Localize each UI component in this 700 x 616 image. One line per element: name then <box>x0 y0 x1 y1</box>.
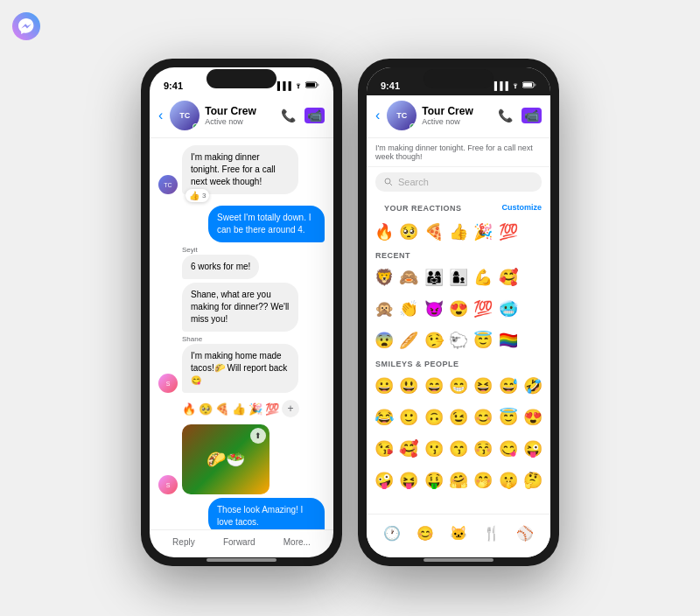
video-button-right[interactable]: 📹 <box>522 108 542 123</box>
call-button-left[interactable]: 📞 <box>281 108 296 122</box>
recent-seeno[interactable]: 🙈 <box>396 263 420 291</box>
recent-bread[interactable]: 🥖 <box>396 326 420 354</box>
reply-button[interactable]: Reply <box>172 537 195 547</box>
customize-link[interactable]: Customize <box>501 203 542 212</box>
emoji-squinting[interactable]: 😝 <box>396 466 420 494</box>
msg-bubble-2: Sweet I'm totally down. I can be there a… <box>208 206 325 242</box>
back-button-left[interactable]: ‹ <box>158 108 163 123</box>
sender-shane: Shane <box>182 335 325 343</box>
emoji-pizza[interactable]: 🍕 <box>215 402 229 416</box>
phone-right: 9:41 ▐▐▐ ‹ TC T <box>358 59 559 566</box>
emoji-big-smile[interactable]: 😃 <box>396 372 420 400</box>
recent-family2[interactable]: 👩‍👦 <box>446 263 470 291</box>
tab-recent[interactable]: 🕐 <box>380 522 404 545</box>
recent-family[interactable]: 👨‍👩‍👧 <box>422 263 445 291</box>
tab-smileys[interactable]: 😊 <box>413 522 438 545</box>
message-3: 6 works for me! <box>158 255 325 279</box>
search-bar[interactable]: Search <box>375 172 542 192</box>
recent-lion[interactable]: 🦁 <box>372 263 396 291</box>
emoji-fire[interactable]: 🔥 <box>182 402 196 416</box>
signal-icon: ▐▐▐ <box>275 81 291 90</box>
emoji-smiling-hearts[interactable]: 🥰 <box>396 435 420 463</box>
emoji-yum[interactable]: 😋 <box>496 435 520 463</box>
add-reaction-button[interactable]: + <box>282 400 299 417</box>
msg-avatar-5: S <box>158 374 178 393</box>
emoji-wink[interactable]: 😉 <box>446 403 470 431</box>
emoji-thinking[interactable]: 🤔 <box>522 466 545 494</box>
recent-100-2[interactable]: 💯 <box>472 295 495 323</box>
call-button-right[interactable]: 📞 <box>498 108 513 122</box>
recent-clap[interactable]: 👏 <box>396 295 420 323</box>
recent-angel[interactable]: 😇 <box>472 326 495 354</box>
emoji-wink-tongue[interactable]: 😜 <box>522 435 545 463</box>
recent-monkey[interactable]: 🙊 <box>372 295 396 323</box>
sender-seyit: Seyit <box>182 246 325 254</box>
recent-fear[interactable]: 😨 <box>372 326 396 354</box>
emoji-thumbsup[interactable]: 👍 <box>232 402 246 416</box>
recent-grid-row3: 😨 🥖 🤥 🐑 😇 🏳️‍🌈 <box>367 325 550 356</box>
reaction-emoji-fire[interactable]: 🔥 <box>372 218 396 246</box>
your-reactions-label: YOUR REACTIONS <box>375 200 471 214</box>
emoji-rofl[interactable]: 🤣 <box>522 372 545 400</box>
messenger-logo <box>12 12 40 40</box>
emoji-grin[interactable]: 😀 <box>372 372 396 400</box>
msg-avatar-1: TC <box>158 175 178 194</box>
emoji-heart-eyes[interactable]: 😍 <box>522 403 545 431</box>
emoji-smile-eyes[interactable]: 😄 <box>422 372 445 400</box>
recent-cold[interactable]: 🥶 <box>496 295 520 323</box>
recent-lie[interactable]: 🤥 <box>422 326 445 354</box>
messages-area-left: TC I'm making dinner tonight. Free for a… <box>150 138 333 529</box>
emoji-picker: Search YOUR REACTIONS Customize 🔥 🥺 🍕 👍 … <box>367 167 550 557</box>
online-indicator <box>192 123 199 130</box>
emoji-sad[interactable]: 🥺 <box>199 402 213 416</box>
emoji-party[interactable]: 🎉 <box>248 402 262 416</box>
svg-point-0 <box>12 12 40 40</box>
emoji-joy[interactable]: 😂 <box>372 403 396 431</box>
reaction-emoji-pleading[interactable]: 🥺 <box>396 218 420 246</box>
emoji-100[interactable]: 💯 <box>265 402 279 416</box>
emoji-shushing[interactable]: 🤫 <box>496 466 520 494</box>
emoji-kiss[interactable]: 😘 <box>372 435 396 463</box>
emoji-kiss4[interactable]: 😚 <box>472 435 495 463</box>
smileys-label: SMILEYS & PEOPLE <box>367 356 550 370</box>
emoji-beam[interactable]: 😁 <box>446 372 470 400</box>
emoji-hug[interactable]: 🤗 <box>446 466 470 494</box>
forward-button[interactable]: Forward <box>223 537 256 547</box>
recent-hearts[interactable]: 🥰 <box>496 263 520 291</box>
emoji-innocent[interactable]: 😇 <box>496 403 520 431</box>
battery-icon <box>305 81 319 90</box>
reaction-emoji-thumbsup[interactable]: 👍 <box>446 218 470 246</box>
message-6: Those look Amazing! I love tacos. <box>158 498 325 529</box>
emoji-blush[interactable]: 😊 <box>472 403 495 431</box>
chat-status-left: Active now <box>205 117 276 126</box>
share-icon[interactable]: ⬆ <box>250 428 266 444</box>
online-indicator-right <box>410 123 416 130</box>
recent-muscle[interactable]: 💪 <box>472 263 495 291</box>
status-bar-left: 9:41 ▐▐▐ <box>150 67 333 95</box>
tab-sports[interactable]: ⚾ <box>513 522 537 545</box>
tab-food[interactable]: 🍴 <box>480 522 504 545</box>
message-1: TC I'm making dinner tonight. Free for a… <box>158 145 325 202</box>
emoji-slight[interactable]: 🙂 <box>396 403 420 431</box>
emoji-laugh[interactable]: 😆 <box>472 372 495 400</box>
recent-devil[interactable]: 😈 <box>422 295 445 323</box>
recent-sheep[interactable]: 🐑 <box>446 326 470 354</box>
tab-animals[interactable]: 🐱 <box>446 522 471 545</box>
smileys-grid-row2: 😂 🙂 🙃 😉 😊 😇 😍 <box>367 402 550 433</box>
emoji-kiss2[interactable]: 😗 <box>422 435 445 463</box>
smileys-grid-row1: 😀 😃 😄 😁 😆 😅 🤣 <box>367 370 550 402</box>
emoji-money[interactable]: 🤑 <box>422 466 445 494</box>
reaction-emoji-pizza[interactable]: 🍕 <box>422 218 445 246</box>
reaction-emoji-party[interactable]: 🎉 <box>472 218 495 246</box>
emoji-upside[interactable]: 🙃 <box>422 403 445 431</box>
emoji-zany[interactable]: 🤪 <box>372 466 396 494</box>
reaction-emoji-100[interactable]: 💯 <box>496 218 520 246</box>
recent-heartseyes[interactable]: 😍 <box>446 295 470 323</box>
recent-rainbow[interactable]: 🏳️‍🌈 <box>496 326 520 354</box>
back-button-right[interactable]: ‹ <box>375 108 380 123</box>
video-button-left[interactable]: 📹 <box>304 108 325 123</box>
emoji-sweat-smile[interactable]: 😅 <box>496 372 520 400</box>
emoji-kiss3[interactable]: 😙 <box>446 435 470 463</box>
emoji-hand-over-mouth[interactable]: 🤭 <box>472 466 495 494</box>
more-button[interactable]: More... <box>284 537 311 547</box>
